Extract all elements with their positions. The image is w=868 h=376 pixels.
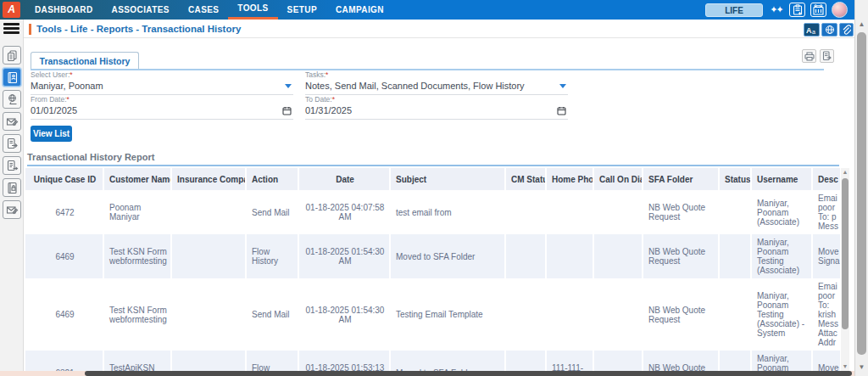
- cell-status: [719, 234, 751, 278]
- cell-action: Send Mail: [246, 190, 298, 234]
- col-insurance-company[interactable]: Insurance Company: [171, 168, 246, 190]
- scrollbar-thumb[interactable]: [857, 32, 866, 355]
- cell-insurance-company: [171, 190, 246, 234]
- translate-icon[interactable]: Aa: [804, 23, 820, 36]
- table-row[interactable]: 6321 TestApiKSN Bimsymupd Flow History 0…: [25, 351, 841, 371]
- cell-status: [719, 190, 751, 234]
- globe-search-icon[interactable]: [821, 23, 837, 36]
- col-call-on-dialer[interactable]: Call On Dialer: [593, 168, 643, 190]
- life-module-button[interactable]: LIFE: [705, 3, 763, 17]
- col-username[interactable]: Username: [751, 168, 812, 190]
- scrollbar-thumb[interactable]: [842, 178, 849, 329]
- col-sfa-folder[interactable]: SFA Folder: [643, 168, 719, 190]
- cell-customer-name: Test KSN Form webformtesting: [103, 278, 171, 351]
- calendar-icon[interactable]: [282, 106, 292, 117]
- compose-mail-icon[interactable]: [3, 200, 21, 219]
- nav-item-dashboard[interactable]: DASHBOARD: [25, 0, 103, 20]
- export-document-icon[interactable]: [820, 49, 834, 63]
- cell-desc: Move Signa: [812, 234, 841, 278]
- nav-item-campaign[interactable]: CAMPAIGN: [326, 0, 393, 20]
- col-status[interactable]: Status: [719, 168, 751, 190]
- select-user-field[interactable]: Select User:* Maniyar, Poonam: [31, 70, 293, 95]
- cell-call-on-dialer: [593, 190, 643, 234]
- col-customer-name[interactable]: Customer Name: [103, 168, 171, 190]
- table-row[interactable]: 6469 Test KSN Form webformtesting Flow H…: [25, 234, 841, 278]
- scroll-down-icon[interactable]: ▼: [841, 362, 849, 371]
- cell-sfa-folder: NB Web Quote Request: [643, 190, 719, 234]
- copy-documents-icon[interactable]: [3, 46, 21, 65]
- scroll-up-icon[interactable]: ▲: [841, 168, 849, 177]
- cell-subject: Moved to SFA Folder: [390, 351, 505, 371]
- topnav-right-tools: LIFE ✦✦: [705, 2, 854, 18]
- from-date-value: 01/01/2025: [31, 105, 293, 119]
- cell-unique-case-id: 6469: [25, 278, 103, 351]
- to-date-label: To Date:*: [305, 95, 568, 104]
- table-row[interactable]: 6469 Test KSN Form webformtesting Send M…: [25, 278, 841, 351]
- svg-text:A: A: [806, 26, 812, 35]
- app-logo-icon[interactable]: A: [3, 2, 20, 18]
- cell-desc: Move Signa: [812, 351, 841, 371]
- cell-username: Maniyar, Poonam Testing (Associate): [751, 234, 812, 278]
- application-window: A DASHBOARD ASSOCIATES CASES TOOLS SETUP…: [0, 0, 868, 376]
- nav-item-cases[interactable]: CASES: [179, 0, 228, 20]
- cell-home-phone: [546, 234, 593, 278]
- clipboard-add-icon[interactable]: [789, 3, 805, 17]
- cell-cm-status: [505, 351, 546, 371]
- col-unique-case-id[interactable]: Unique Case ID: [25, 168, 103, 190]
- hamburger-menu-icon[interactable]: [3, 23, 19, 34]
- cell-insurance-company: [171, 351, 246, 371]
- cell-action: Flow History: [246, 351, 298, 371]
- horizontal-scrollbar-thumb[interactable]: [85, 371, 852, 376]
- nav-item-setup[interactable]: SETUP: [278, 0, 326, 20]
- cell-unique-case-id: 6469: [25, 234, 103, 278]
- scroll-up-icon[interactable]: ▲: [855, 20, 868, 28]
- cell-date: 01-18-2025 04:07:58 AM: [298, 190, 390, 234]
- print-icon[interactable]: [802, 49, 816, 63]
- chevron-down-icon[interactable]: [285, 84, 292, 88]
- cell-username: Maniyar, Poonam Testing (Associate): [751, 351, 812, 371]
- from-date-field[interactable]: From Date:* 01/01/2025: [31, 95, 293, 120]
- cell-date: 01-18-2025 01:53:13 AM: [298, 351, 390, 371]
- nav-item-tools[interactable]: TOOLS: [228, 0, 277, 20]
- document-export-icon[interactable]: [3, 134, 21, 153]
- cell-subject: Testing Email Template: [390, 278, 505, 351]
- table-row[interactable]: 6472 Poonam Maniyar Send Mail 01-18-2025…: [25, 190, 841, 234]
- cell-cm-status: [505, 234, 546, 278]
- abacus-calendar-icon[interactable]: [810, 3, 826, 17]
- chevron-down-icon[interactable]: [559, 84, 566, 88]
- svg-text:a: a: [812, 29, 815, 35]
- cell-date: 01-18-2025 01:54:30 AM: [298, 278, 390, 351]
- cell-action: Flow History: [246, 234, 298, 278]
- window-scrollbar[interactable]: ▲ ▼: [854, 0, 868, 376]
- nav-item-associates[interactable]: ASSOCIATES: [103, 0, 179, 20]
- to-date-field[interactable]: To Date:* 01/31/2025: [305, 95, 568, 120]
- col-action[interactable]: Action: [246, 168, 298, 190]
- document-forward-icon[interactable]: [3, 156, 21, 175]
- cell-home-phone: 111-111-1111: [546, 351, 593, 371]
- col-subject[interactable]: Subject: [390, 168, 505, 190]
- tab-transactional-history[interactable]: Transactional History: [31, 52, 139, 69]
- paperclip-icon[interactable]: [839, 23, 854, 36]
- col-desc[interactable]: Desc: [812, 168, 841, 190]
- col-cm-status[interactable]: CM Status: [505, 168, 546, 190]
- table-scrollbar[interactable]: ▲ ▼: [841, 168, 849, 371]
- breadcrumb: Tools - Life - Reports - Transactional H…: [36, 24, 241, 34]
- cell-subject: Moved to SFA Folder: [390, 234, 505, 278]
- cell-home-phone: [546, 190, 593, 234]
- cell-cm-status: [505, 190, 546, 234]
- user-avatar[interactable]: [832, 2, 848, 18]
- view-list-button[interactable]: View List: [31, 126, 72, 142]
- col-home-phone[interactable]: Home Phone: [546, 168, 593, 190]
- web-workstation-icon[interactable]: [3, 90, 21, 109]
- secure-address-book-icon[interactable]: [3, 178, 21, 197]
- cell-cm-status: [505, 278, 546, 351]
- address-book-icon[interactable]: [3, 68, 21, 87]
- report-table: Unique Case ID Customer Name Insurance C…: [25, 168, 841, 371]
- scroll-down-icon[interactable]: ▼: [855, 363, 868, 371]
- tasks-field[interactable]: Tasks:* Notes, Send Mail, Scanned Docume…: [305, 70, 568, 95]
- calendar-icon[interactable]: [557, 106, 566, 117]
- compose-mail-icon[interactable]: [3, 112, 21, 131]
- select-user-value: Maniyar, Poonam: [31, 81, 293, 94]
- sparkles-icon[interactable]: ✦✦: [768, 3, 784, 17]
- col-date[interactable]: Date: [298, 168, 390, 190]
